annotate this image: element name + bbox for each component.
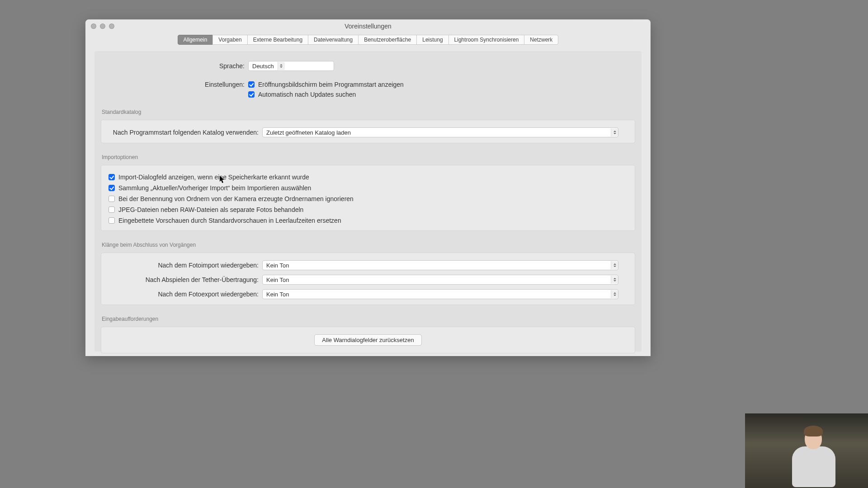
prompts-section-title: Eingabeaufforderungen xyxy=(101,316,635,322)
show-splash-label: Eröffnungsbildschirm beim Programmstart … xyxy=(258,81,404,88)
content-pane: Sprache: Deutsch Einstellungen: Eröffnun… xyxy=(94,51,642,352)
window-controls xyxy=(91,23,114,29)
language-select[interactable]: Deutsch xyxy=(248,61,334,71)
sound-tether-label: Nach Abspielen der Tether-Übertragung: xyxy=(108,276,262,283)
catalog-value: Zuletzt geöffneten Katalog laden xyxy=(266,129,607,136)
catalog-label: Nach Programmstart folgenden Katalog ver… xyxy=(108,129,262,136)
sounds-section-title: Klänge beim Abschluss von Vorgängen xyxy=(101,242,635,248)
sound-export-value: Kein Ton xyxy=(266,291,607,298)
tab-benutzeroberflache[interactable]: Benutzeroberfläche xyxy=(358,35,417,45)
tab-lightroom-synchronisieren[interactable]: Lightroom Synchronisieren xyxy=(448,35,525,45)
import-dialog-checkbox[interactable] xyxy=(108,174,115,180)
sound-import-select[interactable]: Kein Ton xyxy=(262,260,618,270)
import-jpeg-separate-label: JPEG-Dateien neben RAW-Dateien als separ… xyxy=(118,206,303,213)
catalog-section-title: Standardkatalog xyxy=(101,109,635,115)
window-title: Voreinstellungen xyxy=(85,23,651,30)
sound-export-label: Nach dem Fotoexport wiedergeben: xyxy=(108,291,262,298)
import-replace-previews-label: Eingebettete Vorschauen durch Standardvo… xyxy=(118,217,341,224)
sound-import-label: Nach dem Fotoimport wiedergeben: xyxy=(108,262,262,269)
stepper-icon xyxy=(611,276,618,284)
auto-update-checkbox[interactable] xyxy=(248,91,255,98)
language-value: Deutsch xyxy=(252,63,274,70)
tab-allgemein[interactable]: Allgemein xyxy=(178,35,213,45)
tab-leistung[interactable]: Leistung xyxy=(416,35,448,45)
titlebar: Voreinstellungen xyxy=(85,19,651,33)
auto-update-label: Automatisch nach Updates suchen xyxy=(258,91,356,98)
sound-tether-value: Kein Ton xyxy=(266,277,607,283)
tab-externe-bearbeitung[interactable]: Externe Bearbeitung xyxy=(247,35,308,45)
import-collection-checkbox[interactable] xyxy=(108,185,115,191)
minimize-icon[interactable] xyxy=(100,23,105,29)
stepper-icon xyxy=(611,261,618,269)
tab-vorgaben[interactable]: Vorgaben xyxy=(212,35,247,45)
tab-dateiverwaltung[interactable]: Dateiverwaltung xyxy=(308,35,359,45)
preferences-window: Voreinstellungen Allgemein Vorgaben Exte… xyxy=(85,19,651,356)
sound-export-select[interactable]: Kein Ton xyxy=(262,289,618,299)
stepper-icon xyxy=(611,128,618,136)
language-label: Sprache: xyxy=(94,62,248,70)
import-replace-previews-checkbox[interactable] xyxy=(108,217,115,224)
settings-label: Einstellungen: xyxy=(94,81,248,88)
webcam-overlay xyxy=(745,413,868,488)
import-jpeg-separate-checkbox[interactable] xyxy=(108,206,115,213)
sound-import-value: Kein Ton xyxy=(266,262,607,269)
import-ignore-camera-folders-checkbox[interactable] xyxy=(108,196,115,202)
import-section-title: Importoptionen xyxy=(101,154,635,160)
stepper-icon xyxy=(611,290,618,298)
import-collection-label: Sammlung „Aktueller/Vorheriger Import“ b… xyxy=(118,184,311,192)
import-dialog-label: Import-Dialogfeld anzeigen, wenn eine Sp… xyxy=(118,174,309,181)
tab-bar: Allgemein Vorgaben Externe Bearbeitung D… xyxy=(85,35,651,45)
stepper-icon xyxy=(278,62,285,70)
show-splash-checkbox[interactable] xyxy=(248,81,255,88)
catalog-select[interactable]: Zuletzt geöffneten Katalog laden xyxy=(262,127,618,137)
zoom-icon[interactable] xyxy=(109,23,114,29)
import-ignore-camera-folders-label: Bei der Benennung von Ordnern von der Ka… xyxy=(118,195,354,202)
reset-warnings-button[interactable]: Alle Warndialogfelder zurücksetzen xyxy=(314,334,421,346)
sound-tether-select[interactable]: Kein Ton xyxy=(262,275,618,285)
close-icon[interactable] xyxy=(91,23,96,29)
tab-netzwerk[interactable]: Netzwerk xyxy=(524,35,558,45)
